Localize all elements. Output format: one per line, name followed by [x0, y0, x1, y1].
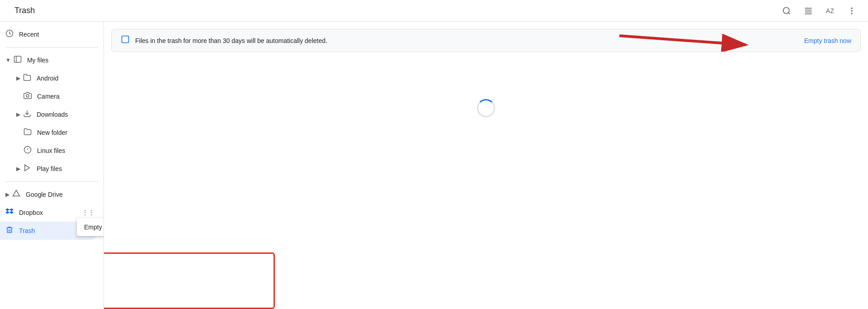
sidebar-item-my-files[interactable]: ▼ My files	[0, 51, 98, 69]
main-layout: Recent ▼ My files ▶ Android	[0, 22, 868, 309]
svg-rect-5	[805, 13, 812, 14]
android-chevron: ▶	[16, 75, 20, 81]
sidebar-google-drive-label: Google Drive	[26, 191, 63, 198]
my-files-chevron: ▼	[5, 57, 11, 63]
info-banner-left: Files in the trash for more than 30 days…	[121, 35, 327, 46]
sidebar-item-play-files[interactable]: ▶ Play files	[0, 160, 98, 178]
context-menu: Empty trash now Ctrl+Alt+Shift+Backspace	[77, 218, 104, 236]
header-icons: AZ	[778, 2, 861, 20]
android-folder-icon	[23, 73, 31, 83]
empty-trash-now-link[interactable]: Empty trash now	[804, 37, 851, 44]
sidebar-android-label: Android	[37, 75, 58, 82]
svg-point-0	[783, 7, 789, 13]
svg-point-12	[26, 95, 29, 97]
info-banner-icon	[121, 35, 130, 46]
sidebar-downloads-label: Downloads	[37, 111, 68, 118]
svg-point-7	[851, 10, 852, 11]
google-drive-chevron: ▶	[5, 191, 9, 198]
loading-spinner	[477, 99, 495, 117]
sidebar-item-recent[interactable]: Recent	[0, 25, 98, 43]
svg-line-1	[788, 12, 790, 14]
play-files-icon	[23, 164, 31, 174]
my-files-icon	[14, 55, 22, 65]
sidebar-recent-label: Recent	[19, 31, 39, 38]
svg-rect-4	[805, 11, 812, 12]
svg-rect-3	[805, 10, 812, 10]
downloads-icon	[23, 109, 31, 119]
google-drive-icon	[12, 190, 20, 200]
main-content: Files in the trash for more than 30 days…	[104, 22, 868, 309]
sort-button[interactable]: AZ	[821, 2, 839, 20]
sidebar-divider-2	[5, 181, 98, 182]
context-menu-empty-trash-label: Empty trash now	[84, 223, 104, 231]
sidebar-play-files-label: Play files	[37, 165, 62, 172]
search-button[interactable]	[778, 2, 796, 20]
recent-icon	[5, 29, 14, 39]
downloads-chevron: ▶	[16, 111, 20, 118]
sidebar-new-folder-label: New folder	[37, 129, 67, 136]
sidebar-divider-1	[5, 47, 98, 48]
sidebar-item-google-drive[interactable]: ▶ Google Drive	[0, 185, 98, 204]
loading-container	[111, 63, 861, 153]
sidebar-item-trash[interactable]: Trash Empty trash now Ctrl+Alt+Shift+Bac…	[0, 222, 98, 240]
dropbox-icon	[5, 208, 14, 218]
new-folder-icon	[24, 128, 32, 138]
svg-point-6	[851, 7, 852, 9]
sidebar-item-downloads[interactable]: ▶ Downloads	[0, 105, 98, 124]
sidebar-item-new-folder[interactable]: New folder	[0, 124, 98, 142]
sidebar-item-linux-files[interactable]: Linux files	[0, 142, 98, 160]
linux-icon	[24, 146, 32, 156]
list-view-button[interactable]	[799, 2, 817, 20]
sidebar-linux-label: Linux files	[37, 147, 65, 154]
sidebar-my-files-label: My files	[27, 57, 48, 64]
info-banner: Files in the trash for more than 30 days…	[111, 29, 861, 52]
context-menu-empty-trash[interactable]: Empty trash now Ctrl+Alt+Shift+Backspace	[77, 220, 104, 234]
header-title: Trash	[7, 6, 778, 15]
play-files-chevron: ▶	[16, 166, 20, 172]
sidebar-camera-label: Camera	[37, 93, 60, 100]
svg-point-8	[851, 13, 852, 14]
drag-handle-icon: ⋮⋮	[82, 209, 94, 216]
trash-icon	[5, 226, 14, 236]
sidebar: Recent ▼ My files ▶ Android	[0, 22, 104, 309]
sidebar-item-camera[interactable]: Camera	[0, 87, 98, 105]
info-banner-text: Files in the trash for more than 30 days…	[135, 37, 327, 44]
camera-icon	[24, 91, 32, 101]
svg-rect-10	[14, 56, 21, 62]
svg-rect-2	[805, 8, 812, 9]
app-header: Trash AZ	[0, 0, 868, 22]
svg-rect-20	[122, 36, 129, 43]
sidebar-item-android[interactable]: ▶ Android	[0, 69, 98, 87]
more-options-button[interactable]	[843, 2, 861, 20]
sidebar-dropbox-label: Dropbox	[19, 209, 43, 216]
sidebar-trash-label: Trash	[19, 227, 35, 234]
svg-marker-17	[25, 165, 30, 171]
